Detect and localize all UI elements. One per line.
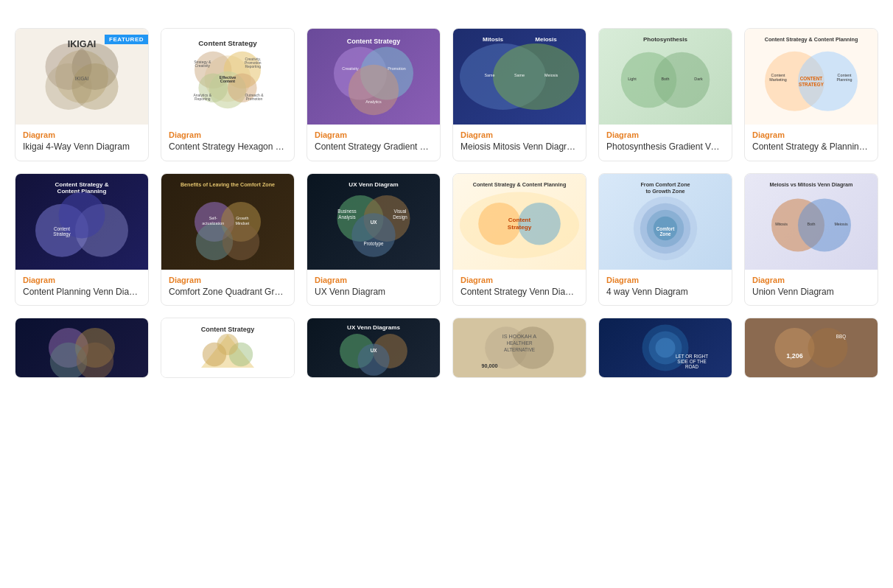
svg-text:Content: Content [54,225,70,231]
svg-text:IS HOOKAH A: IS HOOKAH A [502,333,537,340]
card-title-4way: 4 way Venn Diagram [606,287,724,298]
svg-point-65 [223,223,259,259]
svg-text:Meiosis: Meiosis [535,36,557,43]
card-thumbnail-content-planning: Content Strategy & Content Planning Cont… [745,29,878,125]
svg-text:Both: Both [661,77,669,81]
card-label-meiosis: Diagram [460,130,578,139]
svg-text:Content: Content [508,217,531,223]
svg-text:Content Strategy: Content Strategy [347,38,401,45]
card-title-comfort-zone: Comfort Zone Quadrant Graph [169,287,287,298]
svg-text:IKIGAI: IKIGAI [68,39,96,49]
svg-text:Promotion: Promotion [246,97,263,101]
svg-text:UX: UX [371,219,378,224]
svg-text:Content Strategy: Content Strategy [201,326,255,333]
svg-text:Planning: Planning [837,77,852,82]
svg-text:Mitosis: Mitosis [483,36,503,43]
svg-text:Reporting: Reporting [195,97,211,101]
svg-text:Promotion: Promotion [388,66,406,71]
card-title-content-strategy-hex: Content Strategy Hexagon Venn... [169,141,287,153]
card-comfort-zone[interactable]: Benefits of Leaving the Comfort Zone Sel… [161,173,295,307]
card-thumbnail-ikigai2 [15,318,148,377]
card-thumbnail-blue-circle: LET OR RIGHT SIDE OF THE ROAD [599,318,732,377]
svg-text:HEALTHIER: HEALTHIER [507,340,533,346]
card-title-content-planning: Content Strategy & Planning Ve... [752,141,870,153]
card-label-4way: Diagram [606,276,724,284]
svg-text:90,000: 90,000 [482,363,498,369]
svg-text:Photosynthesis: Photosynthesis [643,36,688,43]
card-content-strategy-venn[interactable]: Content Strategy & Content Planning Cont… [452,173,586,307]
svg-text:UX Venn Diagram: UX Venn Diagram [349,181,398,188]
svg-text:Meiosis: Meiosis [834,221,848,225]
svg-point-27 [349,65,399,115]
svg-text:Creativity: Creativity [342,66,359,71]
card-body-4way: Diagram4 way Venn Diagram [599,270,732,306]
card-hookah[interactable]: IS HOOKAH A HEALTHIER ALTERNATIVE 90,000 [452,318,586,378]
svg-text:Mitosis: Mitosis [775,221,788,225]
svg-text:Analysis: Analysis [338,214,355,220]
card-thumbnail-ux-venn: UX Venn Diagram Business Analysis Visual… [307,174,440,270]
svg-text:Mindset: Mindset [235,220,249,225]
svg-text:Both: Both [807,221,815,225]
card-ikigai[interactable]: IKIGAI IKIGAI FEATURED DiagramIkigai 4-W… [15,28,149,161]
card-union[interactable]: Meiosis vs Mitosis Venn Diagram Mitosis … [744,173,878,307]
card-thumbnail-union: Meiosis vs Mitosis Venn Diagram Mitosis … [745,174,878,270]
svg-text:IKIGAI: IKIGAI [75,76,89,81]
card-4way[interactable]: From Comfort Zone to Growth Zone Comfort… [598,173,732,307]
card-body-content-venn: DiagramContent Planning Venn Diagram [15,270,148,306]
card-ux-venn[interactable]: UX Venn Diagram Business Analysis Visual… [307,173,441,307]
svg-text:Meiosis: Meiosis [544,73,558,77]
card-content-gradient[interactable]: Content Strategy Creativity Promotion An… [307,28,441,161]
svg-text:Self-: Self- [209,216,217,220]
card-body-content-strategy-venn: DiagramContent Strategy Venn Diagram [453,270,586,306]
card-title-union: Union Venn Diagram [752,287,870,298]
card-road[interactable]: 1,206 BBQ [744,318,878,378]
card-label-content-strategy-venn: Diagram [460,276,578,284]
svg-text:Reporting: Reporting [245,65,261,69]
card-thumbnail-content-strategy-hex: Content Strategy Strategy & Creativity C… [161,29,294,125]
svg-text:Analytics &: Analytics & [194,94,212,97]
svg-text:Same: Same [484,73,494,77]
svg-text:Content: Content [771,73,785,77]
card-body-photosynthesis: DiagramPhotosynthesis Gradient Venn D... [599,125,732,161]
card-thumbnail-ikigai: IKIGAI IKIGAI FEATURED [15,29,148,125]
card-content-strategy-hex[interactable]: Content Strategy Strategy & Creativity C… [161,28,295,161]
svg-text:Creativity,: Creativity, [245,57,261,61]
card-label-comfort-zone: Diagram [169,276,287,284]
svg-text:Strategy &: Strategy & [194,60,211,64]
svg-text:Content: Content [838,73,852,77]
card-title-content-strategy-venn: Content Strategy Venn Diagram [460,287,578,298]
svg-text:From Comfort Zone: From Comfort Zone [640,181,690,188]
card-label-ikigai: Diagram [23,130,141,139]
svg-text:Visual: Visual [393,209,406,214]
svg-text:ALTERNATIVE: ALTERNATIVE [504,347,535,352]
card-content-venn[interactable]: Content Strategy & Content Planning Cont… [15,173,149,307]
svg-point-4 [72,63,119,110]
card-label-content-strategy-hex: Diagram [169,130,287,139]
svg-text:Content Strategy & Content Pla: Content Strategy & Content Planning [473,181,567,188]
svg-point-122 [656,338,676,358]
card-thumbnail-meiosis: Mitosis Meiosis Same Same Meiosis [453,29,586,125]
card-ikigai2[interactable] [15,318,149,378]
card-label-content-gradient: Diagram [315,130,433,139]
svg-text:Strategy: Strategy [53,231,71,237]
svg-text:to Growth Zone: to Growth Zone [645,188,684,195]
card-thumbnail-photosynthesis: Photosynthesis Light Both Dark [599,29,732,125]
card-content-strategy2[interactable]: Content Strategy [161,318,295,378]
card-meiosis[interactable]: Mitosis Meiosis Same Same Meiosis Diagra… [452,28,586,161]
card-body-ikigai: DiagramIkigai 4-Way Venn Diagram [15,125,148,161]
svg-text:UX Venn Diagrams: UX Venn Diagrams [347,324,400,331]
card-blue-circle[interactable]: LET OR RIGHT SIDE OF THE ROAD [598,318,732,378]
card-title-photosynthesis: Photosynthesis Gradient Venn D... [606,141,724,153]
card-photosynthesis[interactable]: Photosynthesis Light Both Dark DiagramPh… [598,28,732,161]
svg-text:SIDE OF THE: SIDE OF THE [677,359,706,364]
svg-text:Content: Content [220,79,236,83]
card-title-ikigai: Ikigai 4-Way Venn Diagram [23,141,141,153]
card-content-planning[interactable]: Content Strategy & Content Planning Cont… [744,28,878,161]
svg-text:Marketing: Marketing [769,77,787,82]
card-thumbnail-road: 1,206 BBQ [745,318,878,377]
card-ux-venn2[interactable]: UX Venn Diagrams UX [307,318,441,378]
card-body-content-strategy-hex: DiagramContent Strategy Hexagon Venn... [161,125,294,161]
svg-text:Same: Same [514,73,525,77]
card-title-ux-venn: UX Venn Diagram [315,287,433,298]
svg-text:BBQ: BBQ [836,334,846,340]
